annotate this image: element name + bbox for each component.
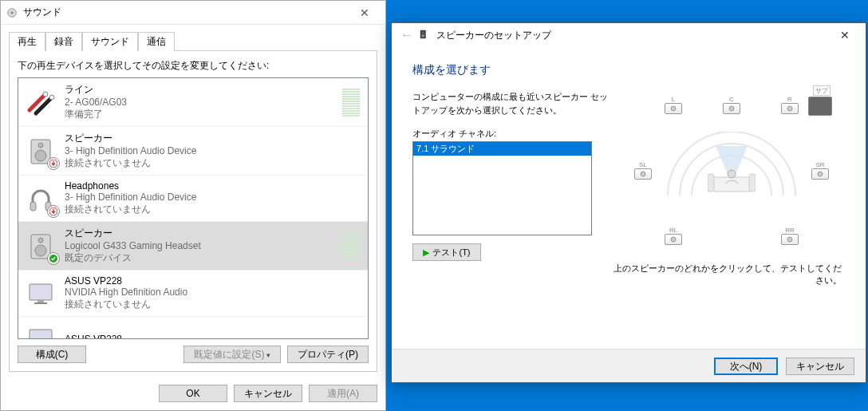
svg-point-5 (49, 95, 54, 100)
device-driver: NVIDIA High Definition Audio (65, 287, 363, 298)
sound-icon (6, 6, 18, 19)
speaker-sl[interactable]: SL (633, 162, 653, 180)
svg-rect-32 (708, 174, 714, 192)
speaker-icon (419, 29, 432, 41)
wizard-footer: 次へ(N) キャンセル (392, 349, 866, 382)
monitor-icon (23, 276, 58, 311)
device-name: ライン (65, 83, 342, 97)
wizard-title: スピーカーのセットアップ (436, 29, 551, 42)
svg-rect-33 (749, 174, 756, 192)
svg-point-28 (787, 106, 792, 111)
svg-point-8 (38, 143, 43, 148)
svg-point-27 (729, 106, 734, 111)
tab-body: 下の再生デバイスを選択してその設定を変更してください: ライン2- AG06/A… (9, 50, 377, 372)
close-button[interactable]: ✕ (349, 2, 381, 24)
listener-icon (708, 166, 756, 198)
sub-label: サブ (813, 85, 831, 96)
svg-point-30 (818, 172, 823, 176)
device-item[interactable]: ライン2- AG06/AG03準備完了 (18, 78, 368, 127)
properties-button[interactable]: プロパティ(P) (287, 346, 369, 363)
device-driver: Logicool G433 Gaming Headset (65, 240, 342, 251)
device-name: ASUS VP228 (65, 334, 363, 339)
svg-point-26 (671, 106, 676, 111)
set-default-button[interactable]: 既定値に設定(S) (183, 346, 281, 363)
subwoofer-icon[interactable] (808, 97, 832, 116)
speaker-rl[interactable]: RL (663, 227, 684, 245)
dialog-footer: OK キャンセル 適用(A) (1, 378, 385, 410)
device-name: スピーカー (65, 132, 363, 145)
speaker-diagram: サブ L C R SL SR (628, 90, 835, 258)
speaker-setup-wizard: ← スピーカーのセットアップ ✕ 構成を選びます コンピューターの構成に最も近い… (391, 22, 866, 383)
speaker-r[interactable]: R (779, 97, 800, 114)
cancel-button[interactable]: キャンセル (234, 385, 302, 402)
apply-button[interactable]: 適用(A) (309, 385, 377, 402)
svg-point-14 (35, 245, 46, 256)
tab-サウンド[interactable]: サウンド (82, 32, 138, 51)
window-title: サウンド (23, 6, 61, 19)
svg-point-15 (38, 238, 43, 243)
device-item[interactable]: ASUS VP228NVIDIA High Definition Audio接続… (18, 271, 368, 317)
speaker-c[interactable]: C (721, 97, 742, 114)
device-list[interactable]: ライン2- AG06/AG03準備完了スピーカー3- High Definiti… (18, 77, 369, 339)
device-item[interactable]: スピーカーLogicool G433 Gaming Headset既定のデバイス (18, 222, 368, 271)
svg-point-36 (787, 237, 792, 242)
device-driver: 2- AG06/AG03 (65, 97, 342, 108)
wizard-close-button[interactable]: ✕ (827, 24, 862, 46)
test-button[interactable]: ▶ テスト(T) (412, 243, 481, 261)
svg-point-25 (422, 31, 424, 33)
svg-point-24 (421, 34, 424, 38)
device-item[interactable]: スピーカー3- High Definition Audio Device接続され… (18, 127, 368, 176)
device-name: Headphones (65, 180, 363, 192)
svg-point-7 (35, 150, 46, 161)
tab-録音[interactable]: 録音 (45, 32, 82, 51)
device-item[interactable]: Headphones3- High Definition Audio Devic… (18, 176, 368, 222)
speaker-l[interactable]: L (663, 97, 684, 114)
channel-label: オーディオ チャネル: (412, 128, 612, 140)
device-status: 接続されていません (65, 156, 363, 170)
speaker-sr[interactable]: SR (810, 162, 831, 180)
monitor-icon (23, 322, 58, 339)
play-icon: ▶ (423, 247, 429, 258)
test-label: テスト(T) (432, 247, 470, 259)
wizard-description: コンピューターの構成に最も近いスピーカー セットアップを次から選択してください。 (412, 90, 612, 117)
svg-rect-10 (30, 202, 36, 211)
wizard-titlebar: ← スピーカーのセットアップ ✕ (392, 23, 866, 47)
device-status: 接続されていません (65, 298, 363, 311)
speaker-rr[interactable]: RR (779, 227, 800, 245)
down-arrow-icon (47, 205, 60, 218)
check-icon (47, 252, 60, 265)
next-button[interactable]: 次へ(N) (714, 358, 778, 375)
svg-rect-31 (711, 177, 752, 192)
level-meter (342, 88, 360, 117)
wizard-hint: 上のスピーカーのどれかをクリックして、テストしてください。 (612, 263, 845, 287)
tabs: 再生録音サウンド通信 (9, 31, 377, 50)
device-status: 準備完了 (65, 108, 342, 121)
device-item[interactable]: ASUS VP228 (18, 317, 368, 339)
wizard-cancel-button[interactable]: キャンセル (786, 358, 854, 375)
rca-icon (23, 85, 58, 120)
svg-point-35 (671, 237, 676, 242)
channel-option[interactable]: 7.1 サラウンド (413, 142, 591, 156)
device-status: 既定のデバイス (65, 251, 342, 265)
tab-再生[interactable]: 再生 (9, 32, 45, 51)
svg-rect-18 (37, 300, 44, 302)
tab-通信[interactable]: 通信 (138, 32, 175, 51)
titlebar: サウンド ✕ (1, 1, 385, 25)
device-name: ASUS VP228 (65, 275, 363, 287)
svg-rect-20 (30, 330, 52, 339)
svg-point-34 (728, 170, 736, 178)
device-driver: 3- High Definition Audio Device (65, 145, 363, 156)
svg-point-29 (641, 172, 645, 176)
device-name: スピーカー (65, 227, 342, 240)
svg-point-1 (10, 11, 14, 14)
configure-button[interactable]: 構成(C) (18, 346, 86, 363)
level-meter (342, 231, 360, 260)
down-arrow-icon (47, 157, 60, 170)
channel-list[interactable]: 7.1 サラウンド (412, 141, 592, 235)
sound-window: サウンド ✕ 再生録音サウンド通信 下の再生デバイスを選択してその設定を変更して… (0, 0, 386, 411)
svg-rect-19 (34, 302, 47, 304)
instruction-text: 下の再生デバイスを選択してその設定を変更してください: (18, 59, 369, 73)
svg-point-4 (43, 92, 48, 97)
back-button[interactable]: ← (395, 24, 419, 46)
ok-button[interactable]: OK (159, 385, 227, 402)
